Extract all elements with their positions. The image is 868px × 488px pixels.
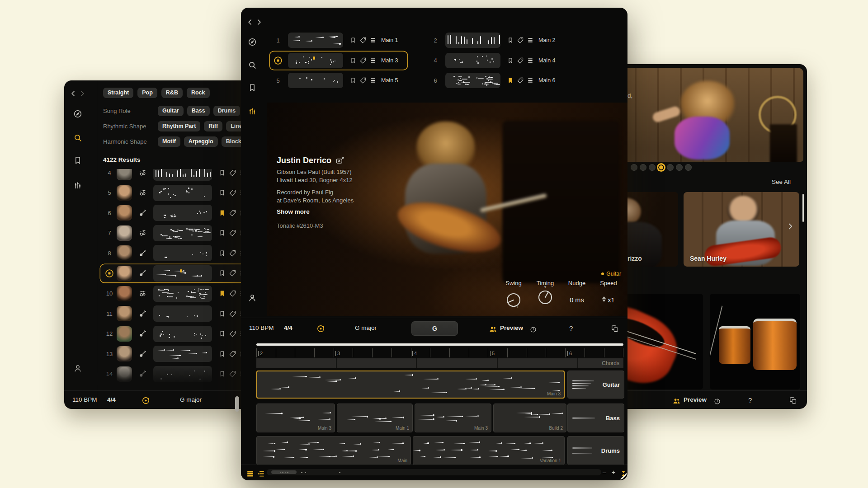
chord-cell[interactable]: [417, 358, 497, 368]
help-button[interactable]: ?: [748, 396, 752, 404]
scrollbar-handle[interactable]: [271, 470, 297, 474]
pattern-row[interactable]: 1 Main 1: [270, 31, 407, 49]
bar-ruler[interactable]: 23456: [256, 348, 623, 357]
vertical-scrollbar[interactable]: [802, 194, 804, 222]
filter-chip[interactable]: Rhythm Part: [158, 121, 200, 131]
bookmark-icon[interactable]: [349, 57, 357, 64]
track-region[interactable]: Main: [256, 436, 411, 465]
key-button[interactable]: G: [411, 321, 458, 336]
stack-icon[interactable]: [369, 57, 377, 64]
nudge-value[interactable]: 0 ms: [565, 296, 589, 304]
pattern-row[interactable]: 4 Main 4: [427, 52, 565, 70]
timing-knob[interactable]: [536, 287, 554, 305]
filter-chip[interactable]: Arpeggio: [184, 136, 218, 147]
bookmark-icon[interactable]: [218, 330, 226, 338]
bookmark-icon[interactable]: [349, 77, 357, 84]
guitar-track-header[interactable]: Guitar: [567, 371, 624, 399]
tag-icon[interactable]: [517, 77, 524, 84]
track-region[interactable]: Main 1: [337, 404, 413, 432]
track-region[interactable]: Variation 1: [413, 436, 565, 465]
stack-icon[interactable]: [369, 77, 377, 84]
carousel-dot[interactable]: [631, 164, 637, 171]
bookmark-icon[interactable]: [218, 249, 226, 257]
preview-timer-icon[interactable]: [712, 396, 722, 407]
bookmark-icon[interactable]: [218, 350, 226, 358]
playing-icon[interactable]: [273, 56, 283, 66]
carousel-dot[interactable]: [640, 164, 646, 171]
swing-knob[interactable]: ♪: [505, 290, 523, 308]
preview-button[interactable]: Preview: [500, 324, 523, 331]
stack-icon[interactable]: [369, 37, 377, 44]
speed-stepper[interactable]: x1: [597, 296, 620, 304]
tag-icon[interactable]: [359, 37, 367, 44]
filter-chip[interactable]: Riff: [204, 121, 222, 131]
filter-chip[interactable]: Drums: [213, 106, 241, 116]
pattern-row[interactable]: 3 Main 3: [270, 52, 407, 70]
tag-icon[interactable]: [229, 169, 236, 177]
search-icon[interactable]: [247, 60, 258, 70]
bookmark-icon[interactable]: [218, 310, 226, 318]
horizontal-scrollbar[interactable]: [267, 469, 601, 475]
tag-icon[interactable]: [517, 37, 524, 44]
artist-video[interactable]: Justin Derrico Gibson Les Paul (Built 19…: [267, 103, 627, 316]
pattern-row[interactable]: 6 Main 6: [427, 71, 565, 89]
help-button[interactable]: ?: [569, 324, 573, 332]
artist-video-card[interactable]: Sean Hurley: [684, 192, 799, 267]
chord-cell[interactable]: [256, 358, 336, 368]
pattern-row[interactable]: 2 Main 2: [427, 31, 565, 49]
filter-chip[interactable]: Pop: [137, 88, 157, 98]
tag-icon[interactable]: [359, 57, 367, 64]
tag-icon[interactable]: [229, 189, 236, 197]
carousel-dot[interactable]: [685, 164, 692, 171]
bookmark-icon[interactable]: [218, 290, 226, 297]
meter-value[interactable]: 4/4: [284, 324, 292, 331]
levels-icon[interactable]: [247, 106, 258, 117]
see-all-link[interactable]: See All: [772, 178, 791, 185]
bookmark-icon[interactable]: [349, 37, 357, 44]
discover-icon[interactable]: [72, 108, 83, 119]
chord-cell[interactable]: [498, 358, 577, 368]
collapse-list-icon[interactable]: [255, 468, 266, 479]
filter-chip[interactable]: Bass: [187, 106, 210, 116]
track-region[interactable]: Main 3: [256, 404, 335, 432]
filter-chip[interactable]: Guitar: [158, 106, 184, 116]
bookmark-icon[interactable]: [218, 229, 226, 237]
bpm-value[interactable]: 110 BPM: [72, 396, 97, 403]
preview-button[interactable]: Preview: [684, 396, 707, 403]
carousel-dot[interactable]: [649, 164, 656, 171]
detach-window-icon[interactable]: [788, 395, 798, 406]
filter-chip[interactable]: Straight: [103, 88, 133, 98]
show-more-link[interactable]: Show more: [277, 208, 354, 215]
tag-icon[interactable]: [229, 290, 236, 297]
tag-icon[interactable]: [229, 269, 236, 277]
forward-button[interactable]: [77, 88, 88, 99]
bookmark-icon[interactable]: [218, 169, 226, 177]
bookmark-icon[interactable]: [218, 269, 226, 277]
key-value[interactable]: G major: [355, 324, 377, 331]
track-region[interactable]: Build 2: [493, 404, 566, 432]
tag-icon[interactable]: [229, 350, 236, 358]
bass-track-header[interactable]: Bass: [567, 404, 624, 432]
chord-cell[interactable]: [337, 358, 416, 368]
list-view-icon[interactable]: [245, 468, 255, 479]
forward-button[interactable]: [254, 17, 264, 28]
list-scrollbar[interactable]: [235, 396, 239, 412]
metronome-icon[interactable]: [140, 395, 151, 406]
artist-video-icon[interactable]: [335, 156, 344, 165]
search-icon[interactable]: [72, 132, 83, 143]
tag-icon[interactable]: [517, 57, 524, 64]
key-value[interactable]: G major: [180, 396, 202, 403]
stack-icon[interactable]: [527, 57, 534, 64]
tag-icon[interactable]: [229, 209, 236, 217]
tag-icon[interactable]: [229, 249, 236, 257]
track-region[interactable]: Main 3: [415, 404, 491, 432]
carousel-dot[interactable]: [658, 164, 665, 171]
bookmark-icon[interactable]: [218, 189, 226, 197]
filter-chip[interactable]: R&B: [161, 88, 183, 98]
carousel-dot[interactable]: [667, 164, 674, 171]
filter-chip[interactable]: Rock: [187, 88, 210, 98]
account-icon[interactable]: [247, 292, 258, 303]
playing-icon[interactable]: [104, 268, 115, 278]
bookmark-icon[interactable]: [507, 57, 514, 64]
meter-value[interactable]: 4/4: [107, 396, 116, 403]
